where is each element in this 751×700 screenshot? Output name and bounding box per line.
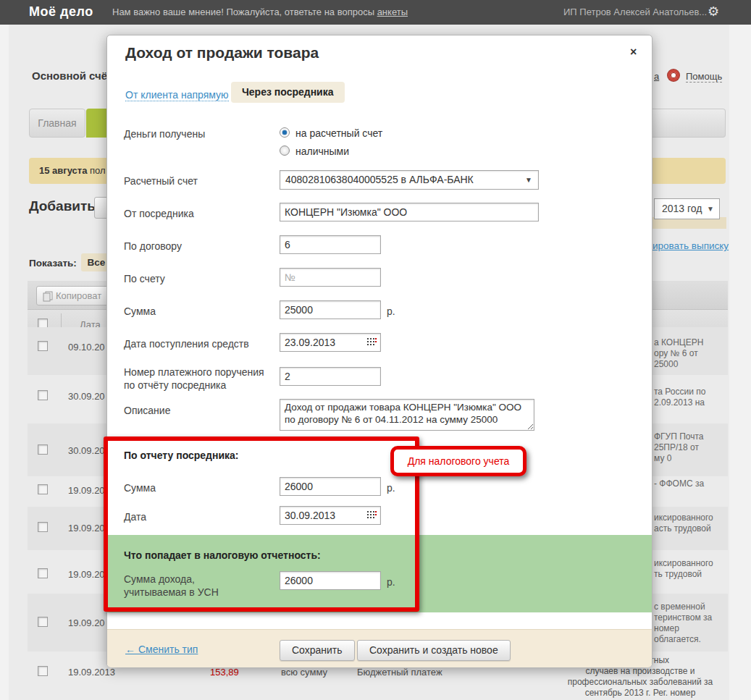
app-logo[interactable]: Моё дело xyxy=(29,4,93,20)
row-date: 19.09.20 xyxy=(68,523,105,534)
tab-from-client[interactable]: От клиента напрямую xyxy=(125,89,229,101)
banner-date: 15 августа xyxy=(39,165,87,176)
contract-input[interactable] xyxy=(280,235,381,254)
row-checkbox[interactable] xyxy=(38,666,48,676)
row-checkbox[interactable] xyxy=(38,568,48,578)
row-date: 09.10.20 xyxy=(68,342,105,353)
receipt-date-label: Дата поступления средств xyxy=(124,338,249,350)
left-gutter xyxy=(0,25,9,700)
help-link[interactable]: Помощь xyxy=(686,71,722,83)
copy-button-label: Копироват xyxy=(56,290,101,301)
save-button[interactable]: Сохранить xyxy=(280,640,355,661)
tab-via-agent[interactable]: Через посредника xyxy=(231,82,345,103)
radio-bank-account-label[interactable]: на расчетный счет xyxy=(295,127,382,139)
row-checkbox[interactable] xyxy=(38,484,48,494)
row-checkbox[interactable] xyxy=(38,617,48,627)
tax-sum-label-line2: учитываемая в УСН xyxy=(124,586,219,598)
row-date: 30.09.20 xyxy=(68,391,105,402)
row-date: 19.09.2013 xyxy=(68,667,115,678)
row-description-fragment: с временнойтеринством заномероблагается. xyxy=(654,602,712,645)
gear-icon[interactable]: ⚙ xyxy=(708,4,719,20)
chevron-down-icon: ▼ xyxy=(707,199,714,219)
cut-link-fragment[interactable]: а xyxy=(654,71,659,82)
save-and-new-button[interactable]: Сохранить и создать новое xyxy=(357,640,511,661)
money-received-label: Деньги получены xyxy=(124,128,205,140)
row-description-fragment: ФГУП Почта25ПР/18 отму 0 xyxy=(654,431,704,464)
add-label: Добавить xyxy=(29,198,96,214)
ruble-suffix: р. xyxy=(387,576,395,588)
dialog-title: Доход от продажи товара xyxy=(125,44,319,62)
tax-sum-input[interactable] xyxy=(280,571,381,590)
row-type: Бюджетный платеж xyxy=(357,667,442,678)
calendar-icon[interactable] xyxy=(367,511,377,520)
row-checkbox[interactable] xyxy=(38,341,48,351)
payment-order-label: Номер платежного поручения по отчёту пос… xyxy=(124,366,277,392)
tab-bar-right-fragment[interactable] xyxy=(650,109,726,138)
survey-text: Нам важно ваше мнение! Пожалуйста, ответ… xyxy=(112,7,374,17)
agent-report-heading: По отчету посредника: xyxy=(124,450,239,461)
row-description-fragment: та России по2.09.2013 на xyxy=(654,387,705,408)
ruble-suffix: р. xyxy=(387,305,395,317)
row-description-fragment: иксированноготь трудовой xyxy=(654,558,713,580)
row-date: 30.09.20 xyxy=(68,445,105,456)
contract-label: По договору xyxy=(124,240,182,252)
invoice-label: По счету xyxy=(124,273,165,284)
user-menu[interactable]: ИП Петров Алексей Анатольев... xyxy=(563,7,707,17)
account-label: Расчетный счет xyxy=(124,175,198,187)
receipt-date-field xyxy=(280,333,381,352)
year-select[interactable]: 2013 год ▼ xyxy=(654,198,720,219)
right-gutter xyxy=(729,25,751,700)
lifebuoy-icon[interactable] xyxy=(668,69,679,81)
tax-sum-label-line1: Сумма дохода, xyxy=(124,573,195,585)
report-date-input[interactable] xyxy=(280,506,381,525)
show-label: Показать: xyxy=(29,258,77,269)
description-label: Описание xyxy=(124,405,170,416)
receipt-date-input[interactable] xyxy=(280,333,381,352)
sum-label: Сумма xyxy=(124,305,156,317)
invoice-input[interactable] xyxy=(280,268,381,287)
payment-order-input[interactable] xyxy=(280,367,381,386)
row-description-fragment: иксированногоасть трудовой xyxy=(654,513,713,534)
page-title: Основной счё xyxy=(32,69,107,82)
description-textarea[interactable]: Доход от продажи товара КОНЦЕРН "Изюмка"… xyxy=(280,399,534,431)
row-description-fragment: - ФФОМС за xyxy=(654,478,704,489)
year-select-value: 2013 год xyxy=(662,203,702,214)
row-checkbox[interactable] xyxy=(38,390,48,400)
tax-section-heading: Что попадает в налоговую отчетность: xyxy=(124,549,321,561)
report-date-field xyxy=(280,506,381,525)
row-description-fragment: а КОНЦЕРНору № 6 от25000 xyxy=(654,337,703,370)
change-type-link[interactable]: ← Сменить тип xyxy=(125,644,198,655)
sum-input[interactable] xyxy=(280,300,381,319)
calendar-icon[interactable] xyxy=(367,338,377,347)
report-date-label: Дата xyxy=(124,511,146,523)
row-checkbox[interactable] xyxy=(38,522,48,532)
row-checkbox[interactable] xyxy=(38,444,48,455)
row-date: 19.09.20 xyxy=(68,485,105,496)
import-statement-link[interactable]: ировать выписку xyxy=(653,240,729,251)
copy-icon xyxy=(43,291,54,302)
tax-section: Что попадает в налоговую отчетность: Сум… xyxy=(107,535,652,612)
chevron-down-icon: ▼ xyxy=(525,171,532,189)
annotation-callout: Для налогового учета xyxy=(390,446,526,476)
copy-button[interactable]: Копироват xyxy=(36,286,112,305)
close-icon[interactable]: × xyxy=(630,46,637,59)
row-date: 19.09.20 xyxy=(68,617,105,628)
account-select[interactable]: 40802810638040005525 в АЛЬФА-БАНК ▼ xyxy=(280,170,539,190)
survey-link[interactable]: анкеты xyxy=(377,7,408,17)
report-sum-input[interactable] xyxy=(280,477,381,496)
row-portion: всю сумму xyxy=(281,667,327,678)
agent-label: От посредника xyxy=(124,208,194,219)
row-amount: 153,89 xyxy=(210,667,239,678)
radio-cash-label[interactable]: наличными xyxy=(295,146,349,157)
radio-bank-account[interactable] xyxy=(280,127,290,138)
agent-input[interactable] xyxy=(280,203,539,222)
banner-text-fragment: пол xyxy=(87,165,105,176)
survey-message: Нам важно ваше мнение! Пожалуйста, ответ… xyxy=(112,7,408,17)
account-select-value: 40802810638040005525 в АЛЬФА-БАНК xyxy=(285,174,474,185)
radio-cash[interactable] xyxy=(280,146,290,156)
dialog-footer: ← Сменить тип Сохранить Сохранить и созд… xyxy=(107,629,652,667)
ruble-suffix: р. xyxy=(387,482,395,494)
tab-glavnaya[interactable]: Главная xyxy=(29,109,85,138)
report-sum-label: Сумма xyxy=(124,482,156,494)
income-dialog: Доход от продажи товара × От клиента нап… xyxy=(106,35,653,667)
